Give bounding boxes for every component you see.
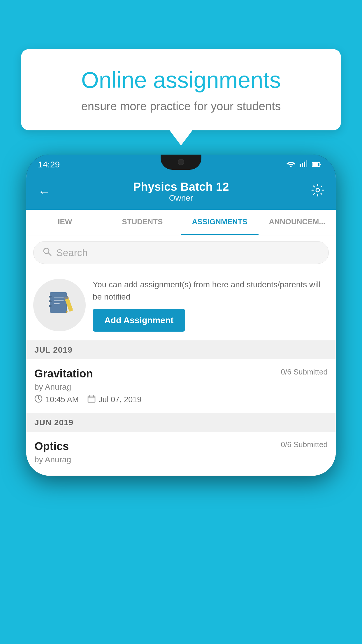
battery-icon: [312, 160, 321, 169]
assignment-title-gravitation: Gravitation: [34, 368, 93, 380]
svg-line-23: [38, 399, 40, 400]
svg-rect-6: [312, 163, 318, 166]
assignment-title-optics: Optics: [34, 440, 69, 453]
tab-assignments[interactable]: ASSIGNMENTS: [181, 210, 259, 235]
header-center: Physics Batch 12 Owner: [51, 180, 311, 203]
assignment-submitted-count-optics: 0/6 Submitted: [281, 440, 328, 449]
wifi-icon: [286, 160, 296, 169]
svg-rect-17: [54, 303, 60, 304]
svg-rect-12: [49, 296, 52, 298]
notebook-icon: [46, 289, 73, 321]
clock-icon: [34, 395, 43, 405]
svg-rect-15: [54, 298, 64, 298]
assignment-time-text-gravitation: 10:45 AM: [45, 395, 79, 404]
assignment-time-gravitation: 10:45 AM: [34, 395, 79, 405]
assignment-by-optics: by Anurag: [34, 455, 328, 464]
svg-line-10: [48, 253, 51, 256]
assignment-meta-gravitation: 10:45 AM Jul 07, 2019: [34, 395, 328, 405]
assignment-item-optics[interactable]: Optics 0/6 Submitted by Anurag: [26, 432, 336, 476]
svg-rect-13: [49, 300, 52, 302]
status-time: 14:29: [38, 160, 60, 169]
status-icons: [286, 160, 321, 169]
assignment-icon-circle: [33, 279, 86, 331]
speech-bubble-subtitle: ensure more practice for your students: [41, 100, 321, 113]
tab-overview[interactable]: IEW: [26, 210, 104, 235]
phone-frame: 14:29: [26, 155, 336, 476]
svg-rect-3: [304, 162, 305, 167]
phone-notch: [161, 155, 201, 170]
add-assignment-button[interactable]: Add Assignment: [93, 309, 185, 332]
assignment-date-text-gravitation: Jul 07, 2019: [99, 395, 141, 404]
svg-rect-11: [50, 292, 67, 313]
assignment-top-row: Gravitation 0/6 Submitted: [34, 368, 328, 380]
assignment-by-gravitation: by Anurag: [34, 382, 328, 392]
month-header-jul: JUL 2019: [26, 341, 336, 359]
promo-section: You can add assignment(s) from here and …: [26, 270, 336, 341]
back-button[interactable]: ←: [38, 184, 51, 199]
svg-rect-7: [320, 164, 321, 165]
search-bar[interactable]: Search: [33, 241, 329, 264]
svg-point-8: [316, 188, 319, 192]
search-icon: [42, 247, 52, 258]
assignment-top-row-optics: Optics 0/6 Submitted: [34, 440, 328, 453]
tab-students[interactable]: STUDENTS: [104, 210, 181, 235]
front-camera: [178, 159, 184, 165]
assignment-item-gravitation[interactable]: Gravitation 0/6 Submitted by Anurag: [26, 359, 336, 413]
calendar-icon: [87, 395, 96, 405]
svg-rect-24: [88, 396, 95, 402]
speech-bubble-card: Online assignments ensure more practice …: [21, 49, 341, 130]
phone-container: 14:29: [26, 155, 336, 644]
svg-rect-4: [306, 160, 307, 167]
tabs-bar: IEW STUDENTS ASSIGNMENTS ANNOUNCEM...: [26, 210, 336, 235]
svg-rect-2: [302, 163, 303, 167]
app-header: ← Physics Batch 12 Owner: [26, 174, 336, 210]
status-bar: 14:29: [26, 155, 336, 174]
batch-owner-label: Owner: [51, 193, 311, 203]
search-container: Search: [26, 235, 336, 270]
svg-rect-1: [300, 164, 301, 167]
settings-icon[interactable]: [311, 184, 324, 200]
batch-title: Physics Batch 12: [51, 180, 311, 193]
svg-rect-14: [49, 305, 52, 307]
promo-description: You can add assignment(s) from here and …: [93, 279, 327, 303]
month-header-jun: JUN 2019: [26, 413, 336, 432]
promo-content: You can add assignment(s) from here and …: [93, 279, 327, 332]
assignment-submitted-count-gravitation: 0/6 Submitted: [281, 368, 328, 377]
svg-rect-16: [54, 300, 64, 301]
signal-icon: [300, 160, 308, 169]
app-screen: ← Physics Batch 12 Owner IEW STUDENTS AS…: [26, 174, 336, 476]
tab-announcements[interactable]: ANNOUNCEM...: [259, 210, 336, 235]
assignment-date-gravitation: Jul 07, 2019: [87, 395, 141, 405]
svg-point-0: [290, 166, 292, 167]
speech-bubble-title: Online assignments: [41, 66, 321, 94]
search-placeholder-text: Search: [56, 247, 88, 258]
